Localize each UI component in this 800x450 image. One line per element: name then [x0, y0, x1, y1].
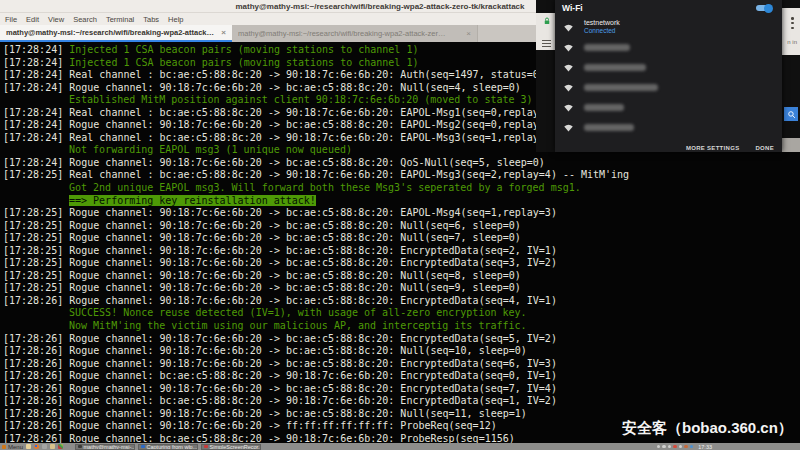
window-titlebar[interactable]: mathy@mathy-msi:~/research/wifi/breaking…: [0, 0, 562, 13]
terminal-line: [17:28:25] Rogue channel: 90:18:7c:6e:6b…: [3, 270, 800, 283]
menu-item-terminal[interactable]: Terminal: [106, 15, 134, 24]
terminal-line: [17:28:24] Rogue channel: 90:18:7c:6e:6b…: [3, 157, 800, 170]
terminal-line: [17:28:25] Rogue channel: 90:18:7c:6e:6b…: [3, 245, 800, 258]
tab-title: mathy@mathy-msi:~/research/wifi/breaking…: [6, 28, 216, 37]
log-timestamp: [17:28:24]: [3, 132, 69, 143]
log-timestamp: [17:28:25]: [3, 207, 69, 218]
firefox-icon[interactable]: [34, 444, 39, 449]
lock-icon: [544, 17, 550, 25]
log-timestamp: [17:28:26]: [3, 408, 69, 419]
wifi-signal-icon: [563, 103, 574, 112]
wifi-network-status: Connected: [584, 27, 620, 35]
more-settings-button[interactable]: MORE SETTINGS: [686, 145, 740, 151]
overflow-menu-icon[interactable]: [791, 17, 794, 29]
desktop-screen: mathy@mathy-msi:~/research/wifi/breaking…: [0, 0, 800, 450]
log-timestamp: [17:28:26]: [3, 395, 69, 406]
taskbar-window-terminal[interactable]: mathy@mathy-msi-...: [75, 444, 135, 450]
menu-label: Menu: [8, 444, 23, 450]
log-timestamp: [17:28:24]: [3, 82, 69, 93]
log-message: Real channel : bc:ae:c5:88:8c:20 -> 90:1…: [69, 169, 629, 180]
notification-icon[interactable]: [673, 445, 677, 449]
wifi-network-info: [584, 64, 646, 71]
wifi-toggle-switch[interactable]: [756, 5, 772, 11]
wifi-network-name-blurred: [584, 124, 634, 131]
search-button[interactable]: [784, 107, 798, 121]
wifi-network-name-blurred: [584, 44, 630, 51]
wifi-signal-icon: [563, 63, 574, 72]
watermark-text: 安全客（bobao.360.cn）: [622, 419, 793, 438]
menu-item-tabs[interactable]: Tabs: [143, 15, 159, 24]
log-message: Rogue channel: 90:18:7c:6e:6b:20 -> bc:a…: [69, 295, 557, 306]
network-icon[interactable]: [684, 445, 688, 449]
terminal-line: Got 2nd unique EAPOL msg3. Will forward …: [3, 182, 800, 195]
log-timestamp: [17:28:24]: [3, 157, 69, 168]
taskbar-window-buttons: mathy@mathy-msi-...Capturing from wlp...…: [75, 444, 261, 450]
taskbar-menu-button[interactable]: Menu: [2, 444, 23, 450]
hamburger-menu-icon[interactable]: [542, 40, 551, 47]
terminal-line: [17:28:26] Rogue channel: 90:18:7c:6e:6b…: [3, 383, 800, 396]
log-message: Rogue channel: 90:18:7c:6e:6b:20 -> bc:a…: [69, 119, 557, 130]
search-tray-icon[interactable]: [668, 445, 672, 449]
browser-scroll-corner: [782, 138, 800, 152]
wifi-network-row[interactable]: [555, 57, 782, 77]
log-timestamp: [17:28:25]: [3, 220, 69, 231]
terminal-icon: [78, 445, 82, 449]
log-message: Rogue channel: 90:18:7c:6e:6b:20 -> bc:a…: [69, 232, 521, 243]
log-message: Rogue channel: 90:18:7c:6e:6b:20 -> bc:a…: [69, 282, 521, 293]
log-message: Real channel : bc:ae:c5:88:8c:20 -> 90:1…: [69, 69, 545, 80]
window-title: mathy@mathy-msi:~/research/wifi/breaking…: [235, 2, 524, 11]
log-timestamp: [17:28:25]: [3, 270, 69, 281]
terminal-tab-2[interactable]: mathy@mathy-msi:~/research/wifi/breaking…: [232, 25, 478, 42]
log-message: Rogue channel: 90:18:7c:6e:6b:20 -> bc:a…: [69, 358, 557, 369]
wifi-network-row[interactable]: [555, 97, 782, 117]
wifi-network-list: testnetworkConnected: [555, 17, 782, 137]
updates-icon[interactable]: [690, 445, 694, 449]
log-timestamp: [17:28:26]: [3, 358, 69, 369]
wifi-network-row[interactable]: [555, 77, 782, 97]
wifi-network-name-blurred: [584, 84, 658, 91]
terminal-line: [17:28:26] Rogue channel: 90:18:7c:6e:6b…: [3, 333, 800, 346]
log-message: Rogue channel: 90:18:7c:6e:6b:20 -> bc:a…: [69, 245, 557, 256]
bluetooth-icon[interactable]: [679, 445, 683, 449]
files-icon[interactable]: [26, 444, 31, 449]
terminal-line: ==> Performing key reinstallation attack…: [3, 195, 800, 208]
log-timestamp: [17:28:26]: [3, 333, 69, 344]
recorder-icon: [204, 445, 208, 449]
browser-right-edge: n in: [782, 8, 800, 55]
log-message: Rogue channel: 90:18:7c:6e:6b:20 -> ff:f…: [69, 420, 496, 431]
taskbar-window-recorder[interactable]: SimpleScreenRecor...: [201, 444, 261, 450]
wifi-dialog-actions: MORE SETTINGS DONE: [686, 145, 774, 151]
tab-close-icon[interactable]: ×: [217, 28, 226, 37]
log-message: SUCCESS! Nonce reuse detected (IV=1), wi…: [69, 307, 527, 318]
terminal-tab-1[interactable]: mathy@mathy-msi:~/research/wifi/breaking…: [0, 25, 232, 42]
wifi-network-row[interactable]: [555, 37, 782, 57]
log-message: Rogue channel: 90:18:7c:6e:6b:20 -> bc:a…: [69, 345, 527, 356]
menu-icon: [2, 445, 6, 449]
tab-close-icon[interactable]: ×: [462, 29, 471, 38]
battery-icon[interactable]: [662, 445, 666, 449]
volume-icon[interactable]: [657, 445, 661, 449]
wifi-network-info: [584, 104, 624, 111]
gimp-icon[interactable]: [58, 444, 63, 449]
folder-icon[interactable]: [50, 444, 55, 449]
menu-item-file[interactable]: File: [5, 15, 17, 24]
terminal-line: [17:28:25] Rogue channel: 90:18:7c:6e:6b…: [3, 282, 800, 295]
taskbar-clock: 17:33: [698, 444, 712, 450]
terminal-window-chrome: mathy@mathy-msi:~/research/wifi/breaking…: [0, 0, 562, 42]
wifi-network-row[interactable]: testnetworkConnected: [555, 17, 782, 37]
menu-item-search[interactable]: Search: [73, 15, 97, 24]
system-tray: 17:33: [657, 444, 712, 450]
wifi-dialog-title: Wi-Fi: [562, 3, 583, 13]
taskbar-window-label: mathy@mathy-msi-...: [84, 444, 136, 450]
done-button[interactable]: DONE: [755, 145, 774, 151]
wifi-network-row[interactable]: [555, 117, 782, 137]
menu-item-help[interactable]: Help: [168, 15, 183, 24]
wifi-signal-icon: [563, 43, 574, 52]
menu-item-view[interactable]: View: [48, 15, 64, 24]
screenshot-tool-icon[interactable]: [42, 444, 47, 449]
menu-item-edit[interactable]: Edit: [26, 15, 39, 24]
log-timestamp: [17:28:24]: [3, 44, 69, 55]
log-message: Rogue channel: bc:ae:c5:88:8c:20 -> 90:1…: [69, 370, 557, 381]
taskbar-window-wireshark[interactable]: Capturing from wlp...: [138, 444, 198, 450]
log-timestamp: [17:28:25]: [3, 169, 69, 180]
